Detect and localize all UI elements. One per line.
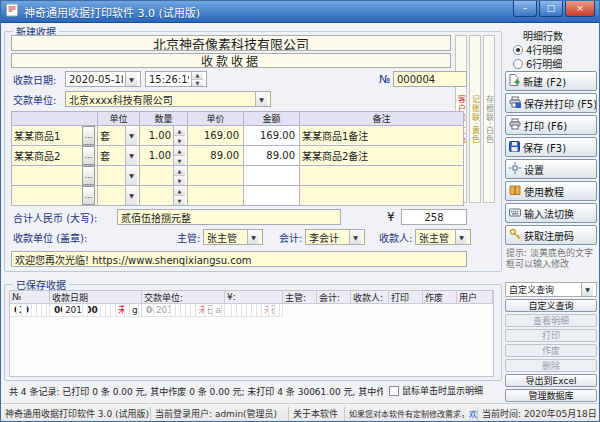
- chevron-down-icon[interactable]: ▼: [255, 92, 267, 106]
- company-name-field[interactable]: 北京神奇像素科技有限公司: [11, 35, 451, 51]
- payer-combobox[interactable]: 北京xxxx科技有限公司▼: [65, 91, 271, 107]
- receipt-title-field[interactable]: 收款收据: [11, 53, 451, 68]
- item-price-cell[interactable]: 169.00: [188, 126, 244, 146]
- item-name-cell[interactable]: 某某商品2…: [12, 146, 98, 166]
- item-picker-button[interactable]: …: [82, 146, 95, 165]
- show-detail-checkbox-label: 鼠标单击时显示明细: [402, 384, 483, 397]
- checkbox-icon: [389, 386, 399, 396]
- item-qty-cell[interactable]: ▲▼: [140, 186, 188, 206]
- item-qty-cell[interactable]: 1.00▲▼: [140, 146, 188, 166]
- custom-query-button[interactable]: 自定义查询: [505, 299, 597, 312]
- item-name-cell[interactable]: …: [12, 186, 98, 206]
- close-button[interactable]: ×: [565, 1, 595, 17]
- custom-query-combobox[interactable]: 自定义查询▼: [505, 282, 597, 297]
- items-header-note: 备注: [300, 112, 464, 126]
- item-name-cell[interactable]: 某某商品1…: [12, 126, 98, 146]
- radio-6-rows[interactable]: 6行明细: [513, 56, 562, 71]
- chevron-down-icon[interactable]: ▼: [349, 230, 361, 244]
- copy-strip-stub: 存根联·白色: [483, 35, 495, 203]
- spinner-arrows-icon[interactable]: ▲▼: [173, 166, 185, 185]
- ime-switch-button[interactable]: 输入法切换: [505, 203, 597, 223]
- item-note-cell[interactable]: 某某商品2备注: [300, 146, 464, 166]
- item-picker-button[interactable]: …: [82, 166, 95, 185]
- spinner-arrows-icon[interactable]: ▲▼: [173, 186, 185, 205]
- item-qty-cell[interactable]: ▲▼: [140, 166, 188, 186]
- titlebar[interactable]: 神奇通用收据打印软件 3.0 (试用版) – □ ×: [1, 1, 599, 23]
- save-button[interactable]: 保存 (F3): [505, 137, 597, 157]
- saved-header-void: 作废: [423, 291, 457, 304]
- edit-hint-text: 提示: 淡黄底色的文字框可以输入修改: [506, 248, 597, 270]
- new-document-icon: [509, 74, 520, 88]
- item-qty-cell[interactable]: 1.00▲▼: [140, 126, 188, 146]
- print-record-button[interactable]: 打印: [505, 329, 597, 342]
- saved-receipts-table: № 收款日期 交款单位: ¥: 主管: 会计: 收款人: 打印 作废 用户 00…: [9, 290, 494, 377]
- saved-header-print: 打印: [389, 291, 423, 304]
- app-window: 神奇通用收据打印软件 3.0 (试用版) – □ × 新建收据 北京神奇像素科技…: [0, 0, 600, 422]
- items-header-unit: 单位: [98, 112, 140, 126]
- manage-db-button[interactable]: 管理数据库: [505, 389, 597, 402]
- view-detail-button[interactable]: 查看明细: [505, 314, 597, 327]
- new-receipt-group: 新建收据 北京神奇像素科技有限公司 收款收据 客户联·红色 记账联·黄色 存根联…: [4, 31, 502, 272]
- item-note-cell[interactable]: 某某商品1备注: [300, 126, 464, 146]
- chevron-down-icon[interactable]: ▼: [581, 283, 593, 296]
- chevron-down-icon[interactable]: ▼: [125, 126, 137, 145]
- saved-receipt-row[interactable]: 000003 2019-12-07 10:34:32 0.00 未打印 admi…: [10, 304, 50, 317]
- welcome-note-field[interactable]: 欢迎您再次光临! https://www.shenqixiangsu.com: [11, 251, 467, 267]
- spinner-arrows-icon[interactable]: ▲▼: [173, 126, 185, 145]
- chevron-down-icon[interactable]: ▼: [125, 166, 137, 185]
- book-icon: [509, 185, 521, 198]
- status-about-link[interactable]: 关于本软件: [289, 407, 345, 421]
- item-name-cell[interactable]: …: [12, 166, 98, 186]
- item-note-cell[interactable]: [300, 186, 464, 206]
- delete-record-button[interactable]: 删除: [505, 359, 597, 372]
- chevron-down-icon[interactable]: ▼: [125, 72, 137, 86]
- print-button[interactable]: 打印 (F6): [505, 115, 597, 135]
- item-unit-cell[interactable]: 套▼: [98, 126, 140, 146]
- saved-receipt-row[interactable]: 未打印 已作废: [225, 304, 283, 317]
- radio-dot-icon: [513, 45, 523, 55]
- void-record-button[interactable]: 作废: [505, 344, 597, 357]
- chevron-down-icon[interactable]: ▼: [125, 146, 137, 165]
- supervisor-combobox[interactable]: 张主管▼: [203, 229, 263, 245]
- chevron-down-icon[interactable]: ▼: [455, 230, 467, 244]
- spinner-arrows-icon[interactable]: ▲▼: [173, 146, 185, 165]
- item-unit-cell[interactable]: 套▼: [98, 146, 140, 166]
- show-detail-checkbox[interactable]: 鼠标单击时显示明细: [389, 384, 483, 397]
- saved-receipt-row[interactable]: 000002 2019-11-11 16:37:52 30,061.00 未打印…: [50, 304, 142, 317]
- item-note-cell[interactable]: [300, 166, 464, 186]
- radio-4-rows[interactable]: 4行明细: [513, 42, 562, 57]
- minimize-button[interactable]: –: [513, 1, 537, 17]
- item-price-cell[interactable]: [188, 166, 244, 186]
- item-price-cell[interactable]: [188, 186, 244, 206]
- spinner-arrows-icon[interactable]: ▲▼: [191, 72, 203, 86]
- settings-button[interactable]: 设置: [505, 159, 597, 179]
- items-table: 单位 数量 单价 金额 备注 某某商品1… 套▼ 1.00▲▼ 169.00 1…: [11, 111, 464, 206]
- export-excel-button[interactable]: 导出到Excel: [505, 374, 597, 387]
- receipt-date-picker[interactable]: 2020-05-18▼: [65, 71, 141, 87]
- saved-receipt-row[interactable]: 000001 2019-11-11 18:33:17 未打印 已作废 admin: [142, 304, 225, 317]
- payee-combobox[interactable]: 张主管▼: [415, 229, 471, 245]
- receipt-time-spinner[interactable]: 15:26:19▲▼: [145, 71, 207, 87]
- status-contact[interactable]: 如果您对本软件有定制修改需求，欢迎点击这里联系我们!: [345, 407, 478, 421]
- item-picker-button[interactable]: …: [82, 186, 95, 205]
- receipt-no-field[interactable]: 000004: [393, 71, 467, 87]
- item-price-cell[interactable]: 89.00: [188, 146, 244, 166]
- chevron-down-icon[interactable]: ▼: [247, 230, 259, 244]
- status-contact-link[interactable]: 欢迎点击这里联系我们!: [469, 408, 478, 419]
- item-unit-cell[interactable]: ▼: [98, 166, 140, 186]
- item-unit-cell[interactable]: ▼: [98, 186, 140, 206]
- status-current-time: 当前时间: 2020年05月18日 15:26:58: [478, 407, 599, 421]
- item-picker-button[interactable]: …: [82, 126, 95, 145]
- regcode-button[interactable]: 获取注册码: [505, 225, 597, 245]
- chevron-down-icon[interactable]: ▼: [125, 186, 137, 205]
- items-header-name: [12, 112, 98, 126]
- saved-header-no: №: [10, 291, 50, 304]
- gear-icon: [509, 162, 521, 176]
- new-button[interactable]: 新建 (F2): [505, 71, 597, 91]
- tutorial-button[interactable]: 使用教程: [505, 181, 597, 201]
- save-print-button[interactable]: 保存并打印 (F5): [505, 93, 597, 113]
- maximize-button[interactable]: □: [539, 1, 563, 17]
- accountant-combobox[interactable]: 李会计▼: [305, 229, 365, 245]
- total-in-words-field[interactable]: 贰佰伍拾捌元整: [117, 209, 341, 225]
- items-header-amount: 金额: [244, 112, 300, 126]
